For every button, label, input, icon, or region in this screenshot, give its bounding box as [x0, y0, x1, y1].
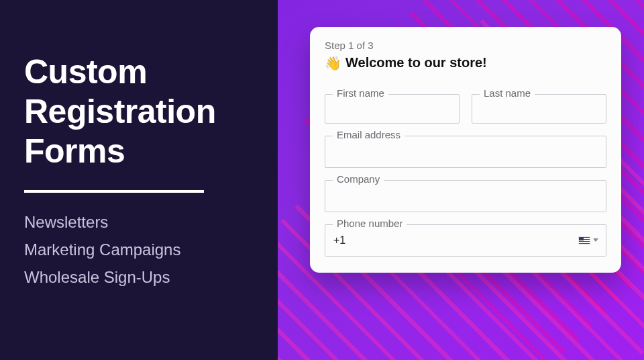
company-field-wrap: Company [325, 180, 606, 212]
promo-sub-item: Wholesale Sign-Ups [24, 264, 254, 291]
promo-headline: Custom Registration Forms [24, 52, 254, 171]
last-name-field-wrap: Last name [472, 94, 606, 124]
email-label: Email address [333, 129, 405, 140]
us-flag-icon [578, 236, 590, 244]
divider [24, 190, 204, 193]
email-field-wrap: Email address [325, 136, 606, 168]
registration-form-card: Step 1 of 3 👋 Welcome to our store! Firs… [310, 27, 621, 273]
form-title: 👋 Welcome to our store! [325, 55, 606, 71]
chevron-down-icon [593, 238, 598, 242]
promo-sub-item: Marketing Campaigns [24, 236, 254, 264]
phone-input[interactable] [325, 224, 606, 257]
form-title-text: Welcome to our store! [345, 55, 487, 71]
phone-field-wrap: Phone number [325, 224, 606, 257]
promo-stage: Custom Registration Forms Newsletters Ma… [0, 0, 644, 360]
company-input[interactable] [325, 180, 606, 212]
company-label: Company [333, 173, 384, 185]
promo-panel: Custom Registration Forms Newsletters Ma… [0, 0, 278, 360]
headline-line: Registration [24, 93, 216, 130]
headline-line: Custom [24, 53, 147, 91]
phone-label: Phone number [333, 218, 407, 229]
step-indicator: Step 1 of 3 [325, 39, 606, 52]
promo-sublist: Newsletters Marketing Campaigns Wholesal… [24, 209, 254, 291]
wave-icon: 👋 [325, 55, 341, 71]
last-name-label: Last name [480, 87, 535, 99]
first-name-label: First name [333, 87, 388, 99]
headline-line: Forms [24, 132, 125, 170]
first-name-field-wrap: First name [325, 94, 460, 124]
promo-sub-item: Newsletters [24, 209, 254, 236]
country-select[interactable] [576, 234, 601, 247]
email-input[interactable] [325, 136, 606, 168]
